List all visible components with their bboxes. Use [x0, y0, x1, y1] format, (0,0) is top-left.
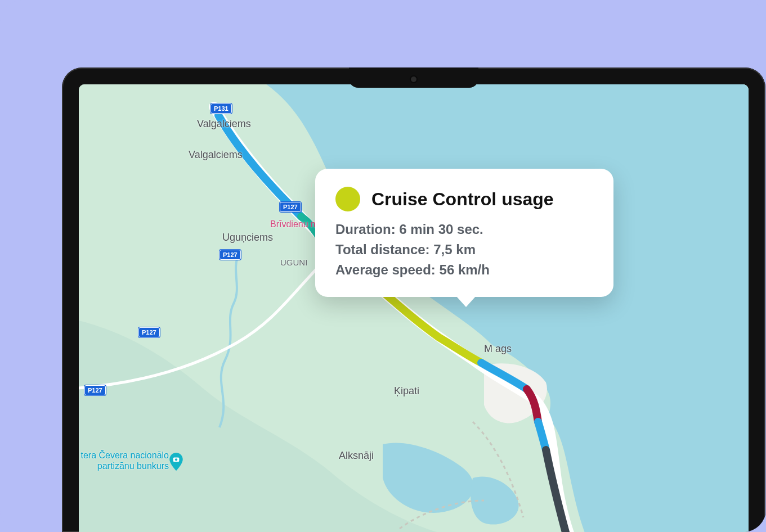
poi-bunker-pin[interactable] [169, 453, 183, 471]
tooltip-distance-label: Total distance: [335, 242, 430, 257]
road-shield-p127-a: P127 [280, 202, 301, 212]
tooltip-color-dot [335, 187, 360, 211]
tooltip-title: Cruise Control usage [371, 189, 554, 210]
tooltip-speed: Average speed: 56 km/h [335, 260, 593, 280]
tooltip-duration-label: Duration: [335, 222, 396, 237]
road-shield-p127-c: P127 [138, 327, 160, 337]
tooltip-duration: Duration: 6 min 30 sec. [335, 219, 593, 240]
road-shield-p131: P131 [210, 103, 232, 114]
svg-point-2 [175, 458, 177, 461]
route-tooltip: Cruise Control usage Duration: 6 min 30 … [315, 169, 613, 297]
road-shield-p127-d: P127 [84, 385, 106, 395]
tooltip-distance-value: 7,5 km [433, 242, 476, 257]
laptop-frame: P131 P127 P127 P127 P127 Valgalciems Val… [62, 67, 765, 532]
road-shield-p127-b: P127 [220, 250, 241, 260]
tooltip-speed-label: Average speed: [335, 262, 436, 277]
tooltip-speed-value: 56 km/h [440, 262, 490, 277]
laptop-notch [349, 67, 478, 88]
tooltip-duration-value: 6 min 30 sec. [399, 222, 483, 237]
map-screen[interactable]: P131 P127 P127 P127 P127 Valgalciems Val… [79, 84, 749, 532]
tooltip-distance: Total distance: 7,5 km [335, 240, 593, 260]
